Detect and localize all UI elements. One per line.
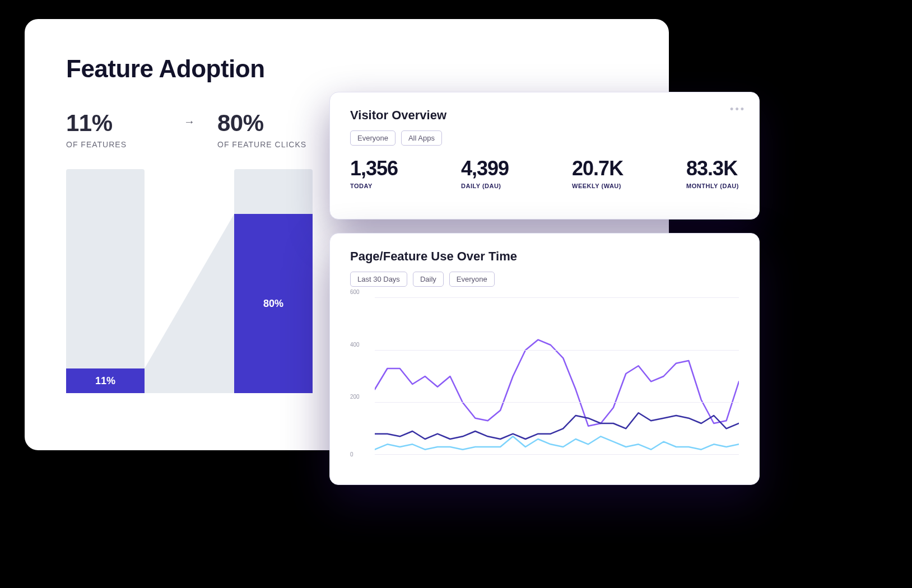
filter-everyone-chart[interactable]: Everyone [449,272,495,287]
visitor-stats-row: 1,356 TODAY 4,399 DAILY (DAU) 20.7K WEEK… [350,157,739,189]
feature-bar-right-fill: 80% [234,214,313,393]
filter-daily[interactable]: Daily [413,272,444,287]
stat-mau-value: 83.3K [686,157,739,180]
stat-dau-value: 4,399 [461,157,509,180]
feature-bar-left-label: 11% [95,375,115,387]
feature-bar-left: 11% [66,169,145,393]
filter-all-apps[interactable]: All Apps [401,130,442,146]
usage-chart-area: 0 200 400 600 [350,298,739,455]
stat-wau-value: 20.7K [572,157,623,180]
stat-today-label: TODAY [350,183,398,189]
svg-marker-0 [145,214,234,393]
stat-wau-label: WEEKLY (WAU) [572,183,623,189]
more-options-icon[interactable]: ••• [730,104,746,115]
feature-adoption-bars: 11% 80% [66,169,313,393]
ytick-600: 600 [350,289,360,295]
filter-everyone[interactable]: Everyone [350,130,395,146]
ytick-400: 400 [350,341,360,347]
feature-bar-connector [145,169,234,393]
usage-chart-plot [375,298,739,455]
stat-today-value: 1,356 [350,157,398,180]
usage-chart-yaxis: 0 200 400 600 [350,298,370,455]
stat-mau: 83.3K MONTHLY (DAU) [686,157,739,189]
feature-pct-right-value: 80% [217,110,313,137]
usage-line-chart [375,298,739,455]
arrow-right-icon: → [178,110,201,128]
ytick-0: 0 [350,451,353,458]
ytick-200: 200 [350,393,360,399]
visitor-overview-filters: Everyone All Apps [350,130,739,146]
feature-bar-right: 80% [234,169,313,393]
feature-pct-right: 80% OF FEATURE CLICKS [217,110,313,149]
filter-last-30-days[interactable]: Last 30 Days [350,272,407,287]
feature-pct-left-label: OF FEATURES [66,140,161,149]
feature-pct-right-label: OF FEATURE CLICKS [217,140,313,149]
visitor-overview-title: Visitor Overview [350,108,739,123]
feature-bar-left-fill: 11% [66,368,145,393]
stat-wau: 20.7K WEEKLY (WAU) [572,157,623,189]
stat-today: 1,356 TODAY [350,157,398,189]
usage-chart-filters: Last 30 Days Daily Everyone [350,272,739,287]
stat-dau-label: DAILY (DAU) [461,183,509,189]
stat-mau-label: MONTHLY (DAU) [686,183,739,189]
usage-chart-title: Page/Feature Use Over Time [350,249,739,264]
visitor-overview-card: ••• Visitor Overview Everyone All Apps 1… [329,92,760,220]
feature-pct-left-value: 11% [66,110,161,137]
feature-pct-left: 11% OF FEATURES [66,110,161,149]
stat-dau: 4,399 DAILY (DAU) [461,157,509,189]
feature-bar-right-label: 80% [263,298,283,310]
feature-adoption-title: Feature Adoption [66,55,627,83]
usage-chart-card: Page/Feature Use Over Time Last 30 Days … [329,233,760,485]
